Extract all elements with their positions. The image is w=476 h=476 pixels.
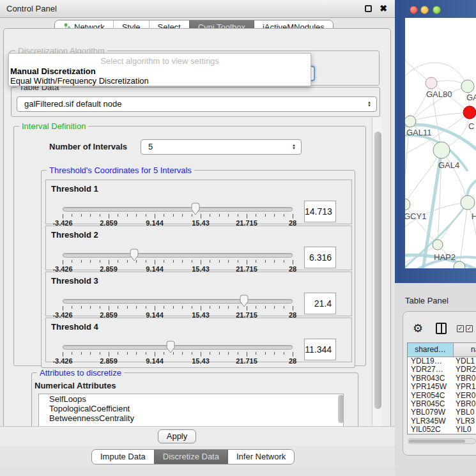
- slider-tick: [155, 352, 155, 357]
- network-node-pink[interactable]: [426, 77, 437, 89]
- attributes-list-scrollbar[interactable]: [338, 395, 344, 423]
- table-cell[interactable]: YLR3: [454, 417, 476, 426]
- window-title: Control Panel: [6, 4, 57, 13]
- network-node-green[interactable]: [461, 80, 474, 93]
- slider-handle[interactable]: [165, 341, 176, 356]
- algorithm-option-manual[interactable]: Manual Discretization: [10, 66, 96, 76]
- table-cell[interactable]: YBL0: [454, 408, 476, 417]
- table-cell[interactable]: YER054C: [408, 392, 454, 400]
- tab-impute-data[interactable]: Impute Data: [92, 450, 154, 464]
- table-row[interactable]: YDR27…YDR2: [408, 365, 476, 374]
- tab-infer-network[interactable]: Infer Network: [227, 450, 294, 464]
- table-cell[interactable]: YPR145W: [408, 383, 454, 391]
- control-panel-body: Discretization Algorithm Select algorith…: [3, 28, 391, 445]
- slider-handle[interactable]: [190, 203, 201, 218]
- close-traffic-icon[interactable]: [410, 6, 418, 14]
- table-cell[interactable]: YLR345W: [408, 417, 454, 426]
- table-row[interactable]: YPR145WYPR1: [408, 383, 476, 391]
- table-data-group: Table Data galFiltered.sif default node …: [11, 87, 380, 117]
- zoom-traffic-icon[interactable]: [433, 6, 441, 14]
- network-node-green[interactable]: [405, 116, 416, 127]
- slider-tick: [274, 260, 275, 263]
- threshold-value-field[interactable]: 6.316: [304, 247, 336, 268]
- threshold-slider[interactable]: -3.4262.8599.14415.4321.71528: [63, 298, 293, 317]
- table-row[interactable]: YBR045CYBR0: [408, 400, 476, 408]
- table-row[interactable]: YDL19…YDL1: [408, 357, 476, 365]
- table-data-combobox[interactable]: galFiltered.sif default node ▲▼: [17, 96, 377, 112]
- slider-tick: [219, 352, 220, 355]
- threshold-value-field[interactable]: 21.4: [304, 293, 336, 314]
- threshold-slider[interactable]: -3.4262.8599.14415.4321.71528: [63, 252, 293, 271]
- slider-handle[interactable]: [128, 249, 140, 264]
- table-cell[interactable]: YDR2: [454, 365, 476, 374]
- table-hscrollbar-track[interactable]: [408, 438, 476, 444]
- attributes-group-label: Attributes to discretize: [37, 368, 124, 378]
- threshold-value-field[interactable]: 11.344: [304, 339, 336, 360]
- slider-track[interactable]: [63, 345, 293, 349]
- network-node-label: HAP2: [434, 252, 456, 262]
- table-cell[interactable]: YBR043C: [408, 374, 454, 383]
- attribute-list-item[interactable]: SelfLoops: [39, 394, 343, 404]
- slider-tick: [72, 260, 72, 263]
- slider-tick: [265, 214, 266, 217]
- table-row[interactable]: YLR345WYLR3: [408, 417, 476, 426]
- number-of-intervals-label: Number of Intervals: [49, 142, 127, 151]
- threshold-slider[interactable]: -3.4262.8599.14415.4321.71528: [63, 206, 293, 225]
- table-column-header[interactable]: shared…: [408, 343, 454, 357]
- number-of-intervals-combobox[interactable]: 5 ▲▼: [141, 139, 302, 155]
- network-node-green[interactable]: [433, 142, 450, 158]
- checkbox-icon[interactable]: ✓: [466, 325, 473, 332]
- minimize-traffic-icon[interactable]: [420, 6, 429, 14]
- split-columns-icon[interactable]: [436, 323, 447, 334]
- table-cell[interactable]: YDR27…: [408, 365, 454, 374]
- network-canvas[interactable]: GAL80GAGAL11CGAL4GCY1HHAP2: [405, 18, 476, 268]
- slider-track[interactable]: [63, 253, 293, 257]
- network-node-green[interactable]: [433, 240, 443, 250]
- slider-tick: [109, 260, 109, 265]
- slider-track[interactable]: [63, 299, 293, 303]
- table-row[interactable]: YBL079WYBL0: [408, 408, 476, 417]
- table-cell[interactable]: YER0: [454, 392, 476, 400]
- table-cell[interactable]: YDL1: [454, 357, 476, 365]
- table-row[interactable]: YBR043CYBR0: [408, 374, 476, 383]
- slider-handle[interactable]: [238, 295, 250, 310]
- table-cell[interactable]: YBR0: [454, 400, 476, 408]
- table-column-header[interactable]: na: [454, 343, 476, 357]
- tab-discretize-data[interactable]: Discretize Data: [154, 450, 227, 464]
- close-icon[interactable]: ✖: [380, 3, 387, 13]
- slider-tick: [192, 352, 192, 355]
- algorithm-option-equal-width[interactable]: Equal Width/Frequency Discretization: [10, 76, 149, 86]
- table-cell[interactable]: YBR045C: [408, 400, 454, 408]
- checkbox-icon[interactable]: ✓: [457, 325, 464, 332]
- attribute-list-item[interactable]: BetweennessCentrality: [39, 413, 343, 423]
- table-row[interactable]: YIL052CYIL0: [408, 426, 476, 434]
- table-cell[interactable]: YBR0: [454, 374, 476, 383]
- slider-tick: [164, 214, 164, 217]
- slider-tick: [210, 352, 210, 355]
- numerical-attributes-list[interactable]: SelfLoopsTopologicalCoefficientBetweenne…: [38, 394, 344, 427]
- network-node-green[interactable]: [405, 199, 410, 210]
- threshold-value-field[interactable]: 14.713: [304, 201, 336, 222]
- table-row[interactable]: YER054CYER0: [408, 392, 476, 400]
- float-window-icon[interactable]: [365, 5, 372, 12]
- network-node-label: C: [468, 121, 474, 131]
- attribute-list-item[interactable]: TopologicalCoefficient: [39, 404, 343, 413]
- slider-tick: [210, 306, 210, 309]
- table-cell[interactable]: YIL0: [454, 426, 476, 434]
- main-scrollbar-thumb[interactable]: [374, 132, 381, 409]
- table-hscrollbar-thumb[interactable]: [409, 440, 465, 443]
- network-node-label: H: [472, 211, 476, 221]
- table-cell[interactable]: YPR1: [454, 383, 476, 391]
- network-node-green[interactable]: [461, 196, 475, 210]
- slider-tick: [201, 306, 201, 311]
- apply-button[interactable]: Apply: [158, 429, 196, 443]
- table-cell[interactable]: YIL052C: [408, 426, 454, 434]
- gear-icon[interactable]: ⚙: [413, 321, 423, 335]
- threshold-slider[interactable]: -3.4262.8599.14415.4321.71528: [63, 344, 293, 363]
- table-cell[interactable]: YBL079W: [408, 408, 454, 417]
- slider-track[interactable]: [63, 207, 293, 211]
- table-cell[interactable]: YDL19…: [408, 357, 454, 365]
- network-node-red[interactable]: [463, 106, 476, 119]
- main-scrollbar-track[interactable]: [372, 118, 383, 427]
- slider-tick-label: 9.144: [146, 357, 164, 365]
